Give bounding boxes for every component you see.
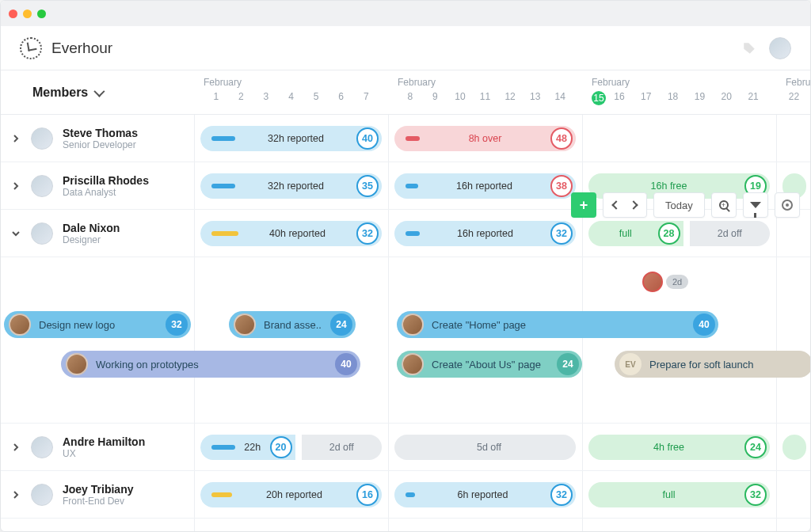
day-label-today: 15 [592, 91, 606, 105]
month-label: February [786, 77, 802, 88]
member-avatar [31, 175, 53, 197]
hours-badge: 38 [550, 175, 573, 197]
nav-buttons[interactable] [603, 192, 647, 218]
member-row: Steve ThomasSenior Developer32h reported… [1, 115, 810, 162]
minimize-icon[interactable] [23, 10, 32, 18]
chevron-right-icon[interactable] [10, 180, 21, 192]
member-cell[interactable]: Steve ThomasSenior Developer [1, 115, 194, 162]
hours-badge: 24 [744, 436, 767, 458]
member-avatar [31, 222, 53, 245]
task-hours-badge: 40 [693, 314, 715, 336]
capacity-pill[interactable]: 40h reported32 [200, 221, 382, 246]
capacity-pill[interactable]: 20h reported16 [200, 482, 382, 507]
assignee-avatar [402, 353, 424, 375]
member-avatar [31, 484, 53, 506]
day-label: 21 [740, 91, 767, 105]
member-cell[interactable]: Andre HamiltonUX [1, 424, 194, 470]
hours-badge: 40 [356, 127, 379, 150]
settings-button[interactable] [775, 192, 800, 218]
brand[interactable]: Everhour [20, 37, 112, 59]
pill-text: 32h reported [242, 133, 350, 144]
member-name: Joey Tribiany [63, 483, 133, 496]
members-dropdown[interactable]: Members [1, 70, 194, 114]
window-titlebar [1, 1, 810, 26]
assignee-avatar [402, 314, 424, 336]
capacity-pill[interactable]: 5d off [394, 435, 576, 460]
task-title: Create "Home" page [432, 319, 685, 331]
day-label: 9 [423, 91, 448, 102]
task-title: Design new logo [39, 319, 158, 331]
chevron-right-icon[interactable] [10, 489, 21, 500]
capacity-pill[interactable]: 32h reported35 [200, 173, 382, 199]
member-row: Joey TribianyFront-End Dev20h reported16… [1, 471, 810, 519]
task-title: Create "About Us" page [432, 359, 549, 370]
chevron-left-icon [611, 200, 620, 209]
chevron-down-icon [94, 86, 105, 97]
capacity-pill[interactable]: 8h over48 [394, 126, 576, 151]
member-row: Andre HamiltonUX22h202d off5d off4h free… [1, 424, 810, 471]
day-label: 12 [497, 91, 523, 102]
task-bar[interactable]: Create "Home" page40 [397, 311, 718, 338]
day-label: 20 [713, 91, 740, 105]
pill-text: 16h reported [425, 180, 544, 192]
task-hours-badge: 24 [330, 314, 352, 336]
capacity-pill[interactable]: 16h reported38 [394, 173, 576, 199]
task-bar[interactable]: EVPrepare for soft launch [615, 351, 810, 378]
member-name: Dale Nixon [63, 222, 120, 234]
capacity-pill[interactable]: 16h reported32 [394, 221, 576, 246]
filter-button[interactable] [743, 192, 768, 218]
task-bar[interactable]: Create "About Us" page24 [397, 351, 582, 378]
day-label: 14 [547, 91, 573, 102]
day-label: 13 [523, 91, 548, 102]
pill-text: 22h [242, 442, 264, 453]
hours-badge: 32 [744, 484, 767, 506]
week-header: February15161718192021 [582, 70, 776, 114]
app-name: Everhour [51, 40, 112, 57]
capacity-pill[interactable]: 4h free24 [588, 435, 770, 460]
hours-badge: 28 [658, 222, 680, 245]
close-icon[interactable] [9, 10, 17, 18]
capacity-pill[interactable]: 6h reported32 [394, 482, 576, 507]
maximize-icon[interactable] [37, 10, 46, 18]
capacity-pill[interactable]: 32h reported40 [200, 126, 382, 151]
task-bar[interactable]: Working on prototypes40 [61, 351, 360, 378]
member-cell[interactable]: Priscilla RhodesData Analyst [1, 162, 194, 209]
hours-badge: 35 [356, 175, 379, 197]
gear-icon [782, 200, 793, 211]
day-label: 16 [606, 91, 633, 105]
stopwatch-icon [20, 37, 42, 59]
member-cell[interactable]: Joey TribianyFront-End Dev [1, 471, 194, 518]
chevron-right-icon [629, 200, 638, 209]
user-avatar[interactable] [769, 37, 791, 59]
pill-text: 4h free [600, 442, 738, 453]
chevron-right-icon[interactable] [10, 442, 21, 453]
day-label: 11 [473, 91, 498, 102]
day-label: 10 [447, 91, 473, 102]
tag-icon[interactable] [742, 41, 756, 55]
assignee-badge: EV [619, 353, 642, 375]
pill-text: 16h free [600, 180, 738, 192]
add-button[interactable]: + [571, 192, 596, 218]
chevron-down-icon[interactable] [10, 228, 21, 239]
task-title: Prepare for soft launch [649, 359, 809, 370]
month-label: February [592, 77, 767, 88]
zoom-icon [719, 200, 729, 210]
assignee-avatar [66, 353, 88, 375]
today-button[interactable]: Today [653, 192, 705, 218]
capacity-pill[interactable]: full32 [588, 482, 770, 507]
zoom-button[interactable] [711, 192, 737, 218]
week-header: February22 [776, 70, 810, 114]
day-label: 7 [353, 91, 379, 102]
member-role: Senior Developer [63, 139, 138, 150]
member-cell[interactable]: Dale NixonDesigner [1, 210, 194, 256]
capacity-pill[interactable]: 22h202d off [200, 435, 382, 460]
task-bar[interactable]: Brand asse..24 [229, 311, 356, 338]
pill-text: 2d off [302, 442, 383, 453]
task-hours-badge: 32 [166, 314, 188, 336]
capacity-pill[interactable]: full282d off [588, 221, 770, 246]
chevron-right-icon[interactable] [10, 133, 21, 144]
capacity-pill[interactable] [782, 435, 806, 460]
off-chip[interactable]: 2d [642, 272, 688, 292]
week-header: February891011121314 [388, 70, 582, 114]
task-bar[interactable]: Design new logo32 [4, 311, 191, 338]
